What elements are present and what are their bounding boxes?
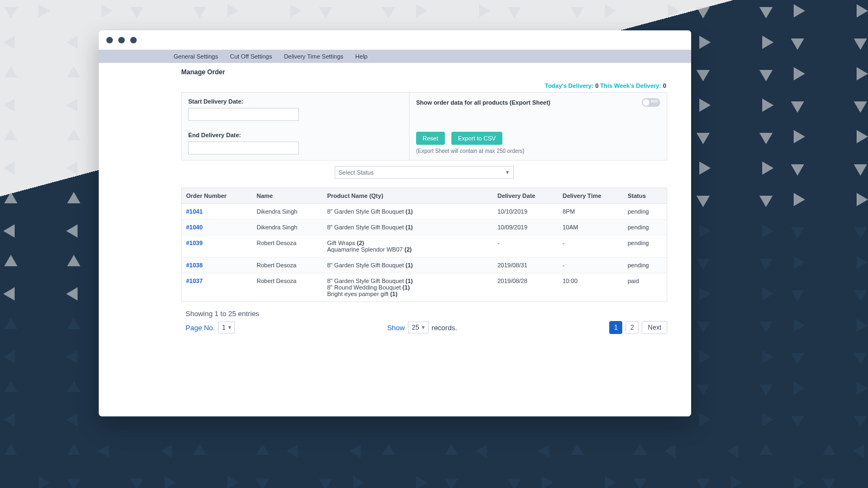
today-delivery-link[interactable]: Today's Delivery: xyxy=(545,82,593,89)
order-number-link[interactable]: #1039 xyxy=(186,240,203,246)
today-delivery-value: 0 xyxy=(595,82,598,89)
order-number-link[interactable]: #1041 xyxy=(186,208,203,215)
show-count-select[interactable]: 25 ▼ xyxy=(408,322,428,333)
col-status: Status xyxy=(623,188,667,204)
export-sheet-toggle[interactable]: NO xyxy=(642,98,660,107)
product-title: Bright eyes pamper gift xyxy=(327,291,390,297)
week-delivery-value: 0 xyxy=(663,82,666,89)
delivery-time: 10AM xyxy=(558,220,623,235)
col-delivery-date: Delivery Date xyxy=(493,188,558,204)
traffic-dot-3[interactable] xyxy=(130,37,137,43)
chevron-down-icon: ▼ xyxy=(421,325,426,330)
traffic-dot-2[interactable] xyxy=(118,37,125,43)
product-title: Aquamarine Splendor WB07 xyxy=(327,246,404,253)
toggle-state-text: NO xyxy=(651,99,658,104)
table-row: #1038Robert Desoza8" Garden Style Gift B… xyxy=(182,258,667,273)
order-number-link[interactable]: #1038 xyxy=(186,262,203,268)
page-title: Manage Order xyxy=(111,63,679,81)
status-select[interactable]: Select Status ▼ xyxy=(335,166,514,179)
product-title: 8" Garden Style Gift Bouquet xyxy=(327,262,406,268)
export-sheet-label: Show order data for all products (Export… xyxy=(416,99,551,106)
table-row: #1037Robert Desoza8" Garden Style Gift B… xyxy=(182,273,667,302)
delivery-date: 10/09/2019 xyxy=(493,220,558,235)
col-order-number: Order Number xyxy=(182,188,252,204)
order-number-link[interactable]: #1037 xyxy=(186,278,203,284)
page-button-1[interactable]: 1 xyxy=(609,321,622,334)
nav-delivery-time-settings[interactable]: Delivery Time Settings xyxy=(284,53,343,60)
toggle-knob-icon xyxy=(643,99,649,106)
product-cell: Gift Wraps (2)Aquamarine Splendor WB07 (… xyxy=(323,235,493,258)
delivery-date: 10/10/2019 xyxy=(493,204,558,220)
end-date-input[interactable] xyxy=(188,142,299,155)
customer-name: Robert Desoza xyxy=(252,258,323,273)
top-nav: General Settings Cut Off Settings Delive… xyxy=(99,50,691,63)
chevron-down-icon: ▼ xyxy=(227,325,232,330)
delivery-date: 2019/08/31 xyxy=(493,258,558,273)
order-status: paid xyxy=(623,273,667,302)
show-label: Show xyxy=(387,324,405,332)
week-delivery-link[interactable]: This Week's Delivery: xyxy=(600,82,661,89)
delivery-time: - xyxy=(558,258,623,273)
delivery-time: 8PM xyxy=(558,204,623,220)
pagination-row: Page No. 1 ▼ Show 25 ▼ records. 12Next xyxy=(186,321,667,334)
orders-table: Order Number Name Product Name (Qty) Del… xyxy=(182,188,667,301)
product-cell: 8" Garden Style Gift Bouquet (1) xyxy=(323,220,493,235)
product-qty: (1) xyxy=(406,262,413,268)
product-title: 8" Garden Style Gift Bouquet xyxy=(327,224,406,230)
customer-name: Robert Desoza xyxy=(252,235,323,258)
nav-cutoff-settings[interactable]: Cut Off Settings xyxy=(230,53,272,60)
product-qty: (2) xyxy=(404,246,411,253)
product-title: 8" Garden Style Gift Bouquet xyxy=(327,278,406,284)
entries-text: Showing 1 to 25 entries xyxy=(186,310,667,318)
product-cell: 8" Garden Style Gift Bouquet (1) xyxy=(323,204,493,220)
nav-help[interactable]: Help xyxy=(355,53,368,60)
product-title: Gift Wraps xyxy=(327,240,357,246)
delivery-summary: Today's Delivery: 0 This Week's Delivery… xyxy=(111,81,679,92)
product-cell: 8" Garden Style Gift Bouquet (1)8" Round… xyxy=(323,273,493,302)
window-titlebar xyxy=(99,30,691,50)
next-page-button[interactable]: Next xyxy=(642,321,667,334)
start-date-label: Start Delivery Date: xyxy=(188,98,403,105)
chevron-down-icon: ▼ xyxy=(505,170,510,175)
filter-panel: Start Delivery Date: Show order data for… xyxy=(181,92,667,160)
content-area: Manage Order Today's Delivery: 0 This We… xyxy=(99,63,691,344)
customer-name: Robert Desoza xyxy=(252,273,323,302)
delivery-date: - xyxy=(493,235,558,258)
product-title: 8" Round Wedding Bouquet xyxy=(327,284,403,291)
table-row: #1041Dikendra Singh8" Garden Style Gift … xyxy=(182,204,667,220)
product-qty: (1) xyxy=(390,291,397,297)
order-number-link[interactable]: #1040 xyxy=(186,224,203,230)
delivery-time: - xyxy=(558,235,623,258)
product-cell: 8" Garden Style Gift Bouquet (1) xyxy=(323,258,493,273)
end-date-label: End Delivery Date: xyxy=(188,132,403,138)
customer-name: Dikendra Singh xyxy=(252,220,323,235)
traffic-dot-1[interactable] xyxy=(106,37,113,43)
delivery-time: 10:00 xyxy=(558,273,623,302)
order-status: pending xyxy=(623,235,667,258)
product-qty: (1) xyxy=(403,284,410,291)
page-no-select[interactable]: 1 ▼ xyxy=(218,322,235,333)
export-csv-button[interactable]: Export to CSV xyxy=(451,132,502,145)
product-qty: (2) xyxy=(357,240,364,246)
col-delivery-time: Delivery Time xyxy=(558,188,623,204)
start-date-input[interactable] xyxy=(188,108,299,121)
orders-table-wrap: Order Number Name Product Name (Qty) Del… xyxy=(181,188,667,302)
col-name: Name xyxy=(252,188,323,204)
status-select-wrap: Select Status ▼ xyxy=(181,166,667,179)
show-count-value: 25 xyxy=(412,324,419,331)
page-no-value: 1 xyxy=(222,324,226,331)
table-row: #1039Robert DesozaGift Wraps (2)Aquamari… xyxy=(182,235,667,258)
order-status: pending xyxy=(623,220,667,235)
product-title: 8" Garden Style Gift Bouquet xyxy=(327,208,406,215)
col-product: Product Name (Qty) xyxy=(323,188,493,204)
product-qty: (1) xyxy=(406,224,413,230)
product-qty: (1) xyxy=(406,208,413,215)
page-button-2[interactable]: 2 xyxy=(626,321,639,334)
order-status: pending xyxy=(623,258,667,273)
app-window: General Settings Cut Off Settings Delive… xyxy=(99,30,691,416)
product-qty: (1) xyxy=(406,278,413,284)
order-status: pending xyxy=(623,204,667,220)
records-label: records. xyxy=(432,324,457,332)
nav-general-settings[interactable]: General Settings xyxy=(174,53,218,60)
reset-button[interactable]: Reset xyxy=(416,132,445,145)
